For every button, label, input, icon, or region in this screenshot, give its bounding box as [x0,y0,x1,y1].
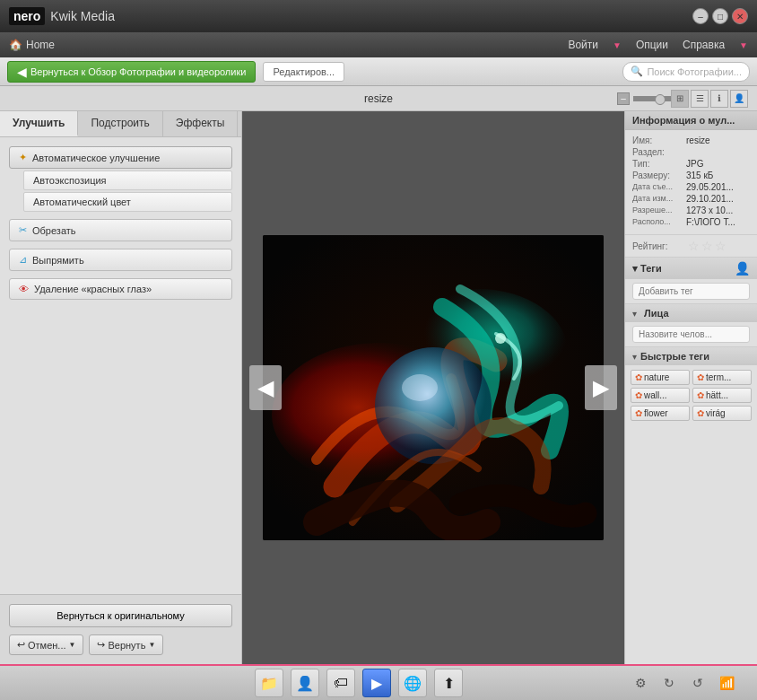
auto-enhance-label: Автоматическое улучшение [32,153,160,163]
crop-icon: ✂ [19,224,27,236]
svg-point-5 [402,374,438,401]
cancel-label: Отмен... [28,640,66,651]
quick-tag-hatt[interactable]: ✿ hätt... [692,388,752,403]
login-menu[interactable]: Войти [568,39,598,51]
redo-button[interactable]: ↪ Вернуть ▼ [89,634,163,655]
redeye-button[interactable]: 👁 Удаление «красных глаз» [9,278,232,300]
play-button[interactable]: ▶ [362,669,391,697]
menubar: 🏠 Home Войти ▼ Опции Справка ▼ [0,32,757,57]
toolbar-center: 📁 👤 🏷 ▶ 🌐 ⬆ [255,669,463,697]
help-menu[interactable]: Справка [683,39,725,51]
window-controls: – □ ✕ [692,8,748,24]
cancel-icon: ↩ [17,639,25,651]
faces-header[interactable]: ▾ Лица [625,304,757,322]
info-value-date-modified: 29.10.201... [686,194,734,204]
next-image-button[interactable]: ▶ [585,365,617,410]
quick-tags-label: Быстрые теги [640,351,709,362]
cancel-button[interactable]: ↩ Отмен... ▼ [9,634,83,655]
auto-enhance-button[interactable]: ✦ Автоматическое улучшение [9,146,232,169]
info-row-date-created: Дата съе... 29.05.201... [632,182,750,192]
quick-tag-virag[interactable]: ✿ virág [692,406,752,421]
user-icon[interactable]: 👤 [730,90,748,108]
quick-tag-label-flower: flower [644,408,668,418]
wand-icon: ✦ [19,152,27,163]
crop-label: Обрезать [32,225,76,236]
tab-effects[interactable]: Эффекты [163,111,239,136]
autoexposure-button[interactable]: Автоэкспозиция [23,171,232,190]
tags-input[interactable] [632,283,750,300]
settings-icon[interactable]: ⚙ [628,670,653,696]
upload-button[interactable]: ⬆ [434,669,463,697]
crop-group: ✂ Обрезать [9,219,232,241]
main-area: Улучшить Подстроить Эффекты ✕ ✦ Автомати… [0,111,757,664]
star-1[interactable]: ☆ [688,239,700,253]
bottom-toolbar: 📁 👤 🏷 ▶ 🌐 ⬆ ⚙ ↻ ↺ 📶 [0,664,757,700]
tag-icon-nature: ✿ [635,372,642,382]
autocolor-label: Автоматический цвет [33,197,131,207]
search-placeholder: Поиск Фотографии... [647,66,742,77]
info-value-resolution: 1273 x 10... [686,206,733,215]
prev-image-button[interactable]: ◀ [249,365,282,410]
view-grid-button[interactable]: ⊞ [671,90,689,108]
info-button[interactable]: ℹ [710,90,728,108]
quick-tag-term[interactable]: ✿ term... [692,370,752,385]
quick-tags-grid: ✿ nature ✿ term... ✿ wall... ✿ hätt... ✿ [625,365,757,425]
refresh-icon[interactable]: ↻ [657,670,682,696]
sync-icon[interactable]: ↺ [685,670,710,696]
maximize-button[interactable]: □ [712,8,728,24]
faces-input[interactable] [632,326,750,343]
tab-adjust[interactable]: Подстроить [78,111,162,136]
info-value-name: resize [686,136,710,145]
cancel-dropdown-arrow: ▼ [69,641,76,649]
home-menu-item[interactable]: 🏠 Home [9,39,55,51]
edit-breadcrumb: Редактиров... [263,62,344,82]
view-icons: ⊞ ☰ ℹ 👤 [671,90,748,108]
quick-tag-label-nature: nature [644,372,669,382]
faces-button[interactable]: 👤 [291,669,319,697]
info-label-date-created: Дата съе... [632,182,686,192]
zoom-thumb [655,94,666,105]
share-button[interactable]: 🌐 [398,669,427,697]
network-icon[interactable]: 📶 [714,670,739,696]
quick-tags-section: ▾ Быстрые теги ✿ nature ✿ term... ✿ wall… [625,347,757,425]
view-list-button[interactable]: ☰ [691,90,709,108]
redeye-icon: 👁 [19,284,29,294]
star-3[interactable]: ☆ [715,239,727,253]
back-button[interactable]: ◀ Вернуться к Обзор Фотографии и видеоро… [7,61,256,83]
tags-label: ▾ Теги [632,263,662,275]
search-bar[interactable]: 🔍 Поиск Фотографии... [622,62,750,82]
straighten-button[interactable]: ⊿ Выпрямить [9,249,232,271]
rating-label: Рейтинг: [632,241,686,251]
crop-button[interactable]: ✂ Обрезать [9,219,232,241]
redeye-label: Удаление «красных глаз» [34,284,152,294]
quick-tags-header[interactable]: ▾ Быстрые теги [625,347,757,365]
straighten-label: Выпрямить [32,255,84,266]
menubar-right: Войти ▼ Опции Справка ▼ [568,39,748,51]
restore-button[interactable]: Вернуться к оригинальному [9,604,232,627]
quick-tags-arrow-icon: ▾ [632,352,637,362]
faces-label: Лица [644,308,669,319]
faces-section: ▾ Лица [625,304,757,347]
options-menu[interactable]: Опции [636,39,668,51]
tag-icon-term: ✿ [697,372,704,382]
close-button[interactable]: ✕ [732,8,748,24]
autocolor-button[interactable]: Автоматический цвет [23,192,232,212]
browse-button[interactable]: 📁 [255,669,283,697]
info-label-name: Имя: [632,136,686,145]
tab-improve[interactable]: Улучшить [0,111,78,136]
quick-tag-wall[interactable]: ✿ wall... [631,388,690,403]
quick-tag-nature[interactable]: ✿ nature [631,370,690,385]
tag-icon-hatt: ✿ [697,390,704,400]
filename-label: resize [364,92,393,105]
info-label-section: Раздел: [632,147,686,157]
titlebar: nero Kwik Media – □ ✕ [0,0,757,32]
filename-bar: resize – + ⊞ ☰ ℹ 👤 [0,86,757,111]
quick-tag-flower[interactable]: ✿ flower [631,406,690,421]
star-2[interactable]: ☆ [701,239,713,253]
minimize-button[interactable]: – [692,8,709,24]
quick-tag-label-hatt: hätt... [706,390,728,400]
right-panel: Информация о мул... Имя: resize Раздел: … [624,111,757,664]
zoom-out-button[interactable]: – [617,92,630,105]
edit-button[interactable]: 🏷 [326,669,355,697]
tags-header[interactable]: ▾ Теги 👤 [625,258,757,279]
